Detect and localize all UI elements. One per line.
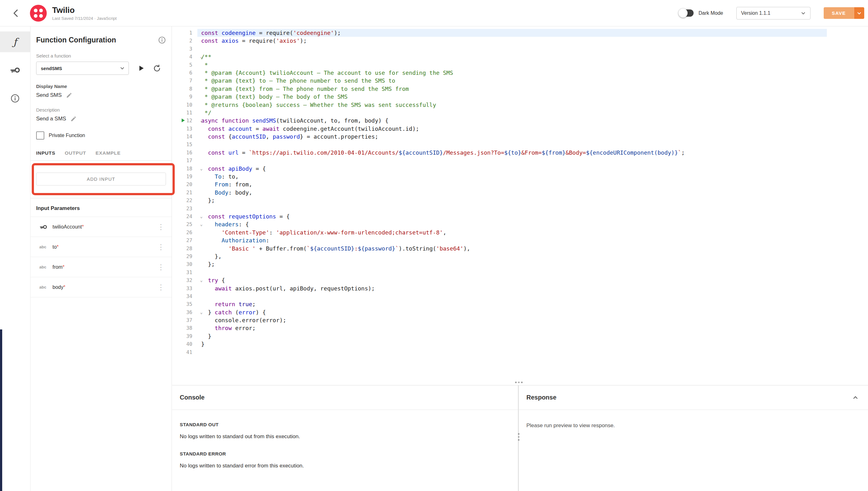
code-line-1[interactable]: 1const codeengine = require('codeengine'… — [172, 29, 868, 37]
parameter-row-twilioAccount[interactable]: twilioAccount*⋮ — [30, 217, 172, 237]
code-line-28[interactable]: 28 'Basic ' + Buffer.from(`${accountSID}… — [172, 244, 868, 253]
line-number[interactable]: 13 — [172, 125, 197, 133]
kebab-menu-icon[interactable]: ⋮ — [157, 284, 165, 291]
rail-item-connections[interactable] — [0, 60, 30, 81]
line-number[interactable]: 8 — [172, 85, 197, 93]
collapse-response-button[interactable] — [850, 393, 861, 403]
line-number[interactable]: 34 — [172, 292, 197, 300]
code-line-2[interactable]: 2const axios = require('axios'); — [172, 37, 868, 45]
parameter-row-to[interactable]: abcto*⋮ — [30, 237, 172, 257]
line-number[interactable]: 17 — [172, 156, 197, 165]
code-line-35[interactable]: 35 return true; — [172, 300, 868, 308]
private-function-checkbox[interactable] — [36, 132, 44, 140]
kebab-menu-icon[interactable]: ⋮ — [157, 243, 165, 251]
line-number[interactable]: 27 — [172, 236, 197, 244]
code-line-31[interactable]: 31 — [172, 268, 868, 276]
tab-inputs[interactable]: INPUTS — [36, 150, 55, 160]
code-line-29[interactable]: 29 }, — [172, 253, 868, 260]
code-line-32[interactable]: 32⌄ try { — [172, 276, 868, 284]
tab-example[interactable]: EXAMPLE — [95, 150, 121, 160]
code-line-8[interactable]: 8 * @param {text} from – The phone numbe… — [172, 85, 868, 93]
line-number[interactable]: 38 — [172, 324, 197, 332]
code-line-33[interactable]: 33 await axios.post(url, apiBody, reques… — [172, 285, 868, 292]
code-line-40[interactable]: 40} — [172, 340, 868, 348]
code-line-9[interactable]: 9 * @param {text} body – The body of the… — [172, 93, 868, 100]
code-line-18[interactable]: 18⌄ const apiBody = { — [172, 165, 868, 173]
code-line-7[interactable]: 7 * @param {text} to – The phone number … — [172, 77, 868, 85]
code-line-27[interactable]: 27 Authorization: — [172, 236, 868, 244]
tab-output[interactable]: OUTPUT — [65, 150, 86, 160]
scrollbar-thumb[interactable] — [0, 329, 2, 491]
code-line-3[interactable]: 3 — [172, 45, 868, 53]
line-number[interactable]: 24⌄ — [172, 212, 197, 220]
run-from-line-icon[interactable] — [182, 118, 185, 122]
line-number[interactable]: 28 — [172, 244, 197, 253]
line-number[interactable]: 37 — [172, 316, 197, 324]
line-number[interactable]: 9 — [172, 93, 197, 100]
line-number[interactable]: 29 — [172, 253, 197, 260]
save-button[interactable]: SAVE — [824, 7, 854, 19]
code-editor[interactable]: 1const codeengine = require('codeengine'… — [172, 26, 868, 385]
line-number[interactable]: 39 — [172, 332, 197, 340]
code-line-16[interactable]: 16 const url = `https://api.twilio.com/2… — [172, 149, 868, 156]
line-number[interactable]: 6 — [172, 69, 197, 77]
code-line-10[interactable]: 10 * @returns {boolean} success – Whethe… — [172, 101, 868, 109]
fold-chevron-icon[interactable]: ⌄ — [200, 308, 203, 316]
parameter-row-from[interactable]: abcfrom*⋮ — [30, 257, 172, 277]
run-function-button[interactable] — [137, 64, 145, 72]
code-line-36[interactable]: 36⌄ } catch (error) { — [172, 308, 868, 316]
line-number[interactable]: 33 — [172, 285, 197, 292]
line-number[interactable]: 25⌄ — [172, 220, 197, 228]
line-number[interactable]: 1 — [172, 29, 197, 37]
dark-mode-toggle[interactable] — [679, 9, 694, 17]
code-line-13[interactable]: 13 const account = await codeengine.getA… — [172, 125, 868, 133]
line-number[interactable]: 31 — [172, 268, 197, 276]
line-number[interactable]: 20 — [172, 180, 197, 188]
edit-description-button[interactable] — [70, 116, 77, 122]
function-select[interactable]: sendSMS — [36, 62, 129, 75]
fold-chevron-icon[interactable]: ⌄ — [200, 165, 203, 173]
code-line-39[interactable]: 39 } — [172, 332, 868, 340]
code-line-22[interactable]: 22 }; — [172, 197, 868, 204]
code-line-21[interactable]: 21 Body: body, — [172, 189, 868, 197]
line-number[interactable]: 41 — [172, 348, 197, 356]
code-line-12[interactable]: 12⌄async function sendSMS(twilioAccount,… — [172, 117, 868, 124]
add-input-button[interactable]: ADD INPUT — [36, 173, 166, 185]
line-number[interactable]: 40 — [172, 340, 197, 348]
code-line-41[interactable]: 41 — [172, 348, 868, 356]
line-number[interactable]: 21 — [172, 189, 197, 197]
splitter-handle-vertical[interactable] — [518, 433, 519, 441]
code-line-24[interactable]: 24⌄ const requestOptions = { — [172, 212, 868, 220]
code-line-19[interactable]: 19 To: to, — [172, 173, 868, 180]
code-line-38[interactable]: 38 throw error; — [172, 324, 868, 332]
line-number[interactable]: 30 — [172, 260, 197, 268]
splitter-handle-horizontal[interactable] — [515, 382, 522, 383]
code-line-26[interactable]: 26 'Content-Type': 'application/x-www-fo… — [172, 229, 868, 236]
code-line-20[interactable]: 20 From: from, — [172, 180, 868, 188]
line-number[interactable]: 5 — [172, 61, 197, 69]
kebab-menu-icon[interactable]: ⋮ — [157, 223, 165, 231]
rail-item-functions[interactable]: ƒ — [0, 31, 30, 52]
back-button[interactable] — [11, 7, 20, 19]
info-button[interactable] — [158, 36, 166, 44]
line-number[interactable]: 32⌄ — [172, 276, 197, 284]
parameter-row-body[interactable]: abcbody*⋮ — [30, 277, 172, 297]
code-line-4[interactable]: 4⌄/** — [172, 53, 868, 61]
edit-display-name-button[interactable] — [66, 92, 72, 98]
line-number[interactable]: 18⌄ — [172, 165, 197, 173]
code-line-23[interactable]: 23 — [172, 205, 868, 212]
fold-chevron-icon[interactable]: ⌄ — [200, 53, 203, 61]
line-number[interactable]: 4⌄ — [172, 53, 197, 61]
line-number[interactable]: 16 — [172, 149, 197, 156]
line-number[interactable]: 12⌄ — [172, 117, 197, 124]
line-number[interactable]: 11 — [172, 109, 197, 117]
code-line-25[interactable]: 25⌄ headers: { — [172, 220, 868, 228]
line-number[interactable]: 10 — [172, 101, 197, 109]
rail-item-info[interactable] — [0, 88, 30, 109]
code-line-34[interactable]: 34 — [172, 292, 868, 300]
line-number[interactable]: 3 — [172, 45, 197, 53]
kebab-menu-icon[interactable]: ⋮ — [157, 263, 165, 271]
line-number[interactable]: 35 — [172, 300, 197, 308]
line-number[interactable]: 19 — [172, 173, 197, 180]
fold-chevron-icon[interactable]: ⌄ — [200, 276, 203, 284]
